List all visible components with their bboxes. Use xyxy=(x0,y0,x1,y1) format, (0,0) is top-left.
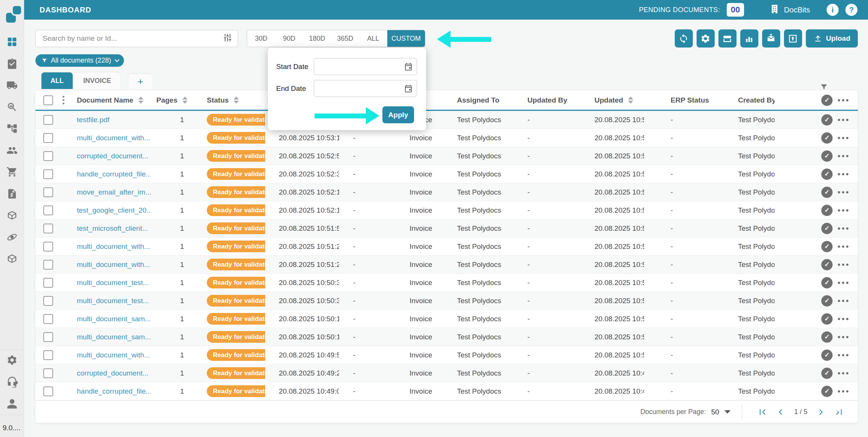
refresh-button[interactable] xyxy=(675,29,693,48)
range-365d-button[interactable]: 365D xyxy=(331,30,359,47)
box-upload-button[interactable] xyxy=(784,29,802,48)
row-checkbox[interactable] xyxy=(43,205,53,215)
end-date-input[interactable] xyxy=(314,80,417,97)
row-checkbox[interactable] xyxy=(43,133,53,143)
sidebar-item-package[interactable] xyxy=(6,209,18,222)
verified-badge-icon[interactable]: ✓ xyxy=(821,241,833,252)
verified-badge-icon[interactable]: ✓ xyxy=(821,223,833,234)
sidebar-item-integration-orbit[interactable] xyxy=(6,231,18,244)
per-page-value[interactable]: 50 xyxy=(711,408,719,416)
row-checkbox[interactable] xyxy=(43,242,53,251)
verified-badge-icon[interactable]: ✓ xyxy=(821,386,833,397)
document-link[interactable]: multi_document_with... xyxy=(77,134,150,142)
more-actions-icon[interactable] xyxy=(838,372,848,374)
per-page-caret-icon[interactable] xyxy=(724,410,730,414)
sidebar-item-insights-search[interactable] xyxy=(6,101,18,113)
verified-badge-icon[interactable]: ✓ xyxy=(821,132,833,144)
tab-invoice[interactable]: INVOICE xyxy=(74,72,120,89)
row-checkbox[interactable] xyxy=(43,296,53,306)
row-checkbox[interactable] xyxy=(43,151,53,161)
help-icon[interactable]: ? xyxy=(845,4,857,16)
sidebar-item-settings-gear[interactable] xyxy=(6,354,18,366)
last-page-button[interactable] xyxy=(833,406,845,418)
more-actions-icon[interactable] xyxy=(838,245,848,248)
document-link[interactable]: multi_document_sam... xyxy=(77,315,151,323)
verified-badge-icon[interactable]: ✓ xyxy=(821,313,833,325)
range-180d-button[interactable]: 180D xyxy=(303,30,331,47)
verified-badge-icon[interactable]: ✓ xyxy=(821,95,833,106)
document-link[interactable]: test_microsoft_client... xyxy=(77,224,148,233)
row-checkbox[interactable] xyxy=(43,224,53,233)
row-checkbox[interactable] xyxy=(43,386,53,396)
sort-icon[interactable] xyxy=(182,97,188,104)
document-link[interactable]: multi_document_with... xyxy=(77,351,150,359)
more-actions-icon[interactable] xyxy=(838,209,848,212)
row-checkbox[interactable] xyxy=(43,260,53,270)
verified-badge-icon[interactable]: ✓ xyxy=(821,368,833,379)
document-link[interactable]: handle_corrupted_file... xyxy=(77,170,151,178)
document-link[interactable]: test_google_client_20... xyxy=(77,206,151,215)
sidebar-item-package-alt[interactable] xyxy=(6,252,18,265)
verified-badge-icon[interactable]: ✓ xyxy=(821,277,833,288)
settings-gear-button[interactable] xyxy=(697,29,715,48)
more-actions-icon[interactable] xyxy=(838,191,848,193)
select-all-checkbox[interactable] xyxy=(43,95,53,105)
sidebar-item-support-headset[interactable] xyxy=(6,376,18,388)
kebab-menu-icon[interactable] xyxy=(63,96,64,104)
verified-badge-icon[interactable]: ✓ xyxy=(821,205,833,216)
sidebar-item-invoice-document[interactable] xyxy=(6,187,18,200)
document-link[interactable]: corrupted_document... xyxy=(77,369,148,377)
verified-badge-icon[interactable]: ✓ xyxy=(821,169,833,180)
apply-button[interactable]: Apply xyxy=(382,106,414,123)
more-actions-icon[interactable] xyxy=(838,390,848,393)
verified-badge-icon[interactable]: ✓ xyxy=(821,259,833,270)
bar-chart-button[interactable] xyxy=(740,29,758,48)
verified-badge-icon[interactable]: ✓ xyxy=(821,114,833,126)
verified-badge-icon[interactable]: ✓ xyxy=(821,187,833,198)
search-input[interactable] xyxy=(43,34,223,43)
mail-import-button[interactable] xyxy=(762,29,780,48)
scanner-button[interactable] xyxy=(718,29,737,48)
next-page-button[interactable] xyxy=(815,406,827,418)
all-documents-filter-pill[interactable]: All documents (228) xyxy=(35,54,124,67)
document-link[interactable]: move_email_after_im... xyxy=(77,188,151,196)
start-date-input[interactable] xyxy=(314,58,417,75)
document-link[interactable]: multi_document_test... xyxy=(77,297,149,305)
sidebar-item-dashboard-grid[interactable] xyxy=(6,35,18,48)
sort-icon[interactable] xyxy=(138,97,144,104)
app-logo-icon[interactable] xyxy=(6,6,21,23)
more-actions-icon[interactable] xyxy=(838,264,848,266)
first-page-button[interactable] xyxy=(757,406,768,418)
row-checkbox[interactable] xyxy=(43,332,53,342)
sidebar-item-cart[interactable] xyxy=(6,166,18,178)
sidebar-item-tasks-clipboard[interactable] xyxy=(6,57,18,70)
range-all-button[interactable]: ALL xyxy=(359,30,387,47)
tab-all[interactable]: ALL xyxy=(41,72,73,89)
row-checkbox[interactable] xyxy=(43,187,53,197)
more-actions-icon[interactable] xyxy=(838,155,848,157)
document-link[interactable]: corrupted_document... xyxy=(77,152,148,160)
sort-icon[interactable] xyxy=(234,97,239,104)
verified-badge-icon[interactable]: ✓ xyxy=(821,331,833,343)
document-link[interactable]: handle_corrupted_file... xyxy=(77,387,151,396)
more-actions-icon[interactable] xyxy=(838,282,848,284)
tab-add[interactable]: + xyxy=(128,74,152,89)
row-checkbox[interactable] xyxy=(43,314,53,324)
document-link[interactable]: multi_document_with... xyxy=(77,261,150,269)
row-checkbox[interactable] xyxy=(43,278,53,288)
range-30d-button[interactable]: 30D xyxy=(247,30,275,47)
verified-badge-icon[interactable]: ✓ xyxy=(821,295,833,307)
document-link[interactable]: multi_document_test... xyxy=(77,279,149,287)
document-link[interactable]: testfile.pdf xyxy=(77,116,110,124)
verified-badge-icon[interactable]: ✓ xyxy=(821,150,833,162)
row-checkbox[interactable] xyxy=(43,169,53,179)
more-actions-icon[interactable] xyxy=(838,173,848,175)
row-checkbox[interactable] xyxy=(43,115,53,125)
document-link[interactable]: multi_document_with... xyxy=(77,242,150,251)
more-actions-icon[interactable] xyxy=(838,99,848,101)
table-filter-funnel-icon[interactable] xyxy=(820,83,828,90)
sort-icon[interactable] xyxy=(628,97,633,104)
sidebar-item-profile-person[interactable] xyxy=(6,397,18,410)
document-link[interactable]: multi_document_sam... xyxy=(77,333,151,341)
more-actions-icon[interactable] xyxy=(838,318,848,320)
